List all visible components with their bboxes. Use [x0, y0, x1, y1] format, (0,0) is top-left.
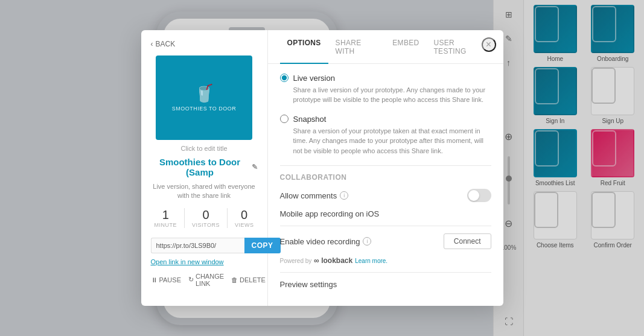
- divider-3: [280, 272, 491, 273]
- mobile-recording-label: Mobile app recording on iOS: [280, 209, 380, 218]
- change-link-label: CHANGE LINK: [196, 273, 224, 287]
- stat-divider-1: [184, 208, 185, 228]
- stat-minute-value: 1: [162, 208, 169, 222]
- preview-settings-text: Preview settings: [280, 280, 337, 289]
- stat-visitors: 0 VISITORS: [192, 208, 220, 228]
- stat-visitors-label: VISITORS: [192, 222, 220, 228]
- tab-share-with[interactable]: SHARE WITH: [328, 30, 386, 64]
- tab-user-testing[interactable]: USER TESTING: [426, 30, 491, 64]
- pause-icon: ⏸: [151, 276, 158, 284]
- collaboration-section-title: Collaboration: [280, 173, 491, 182]
- open-in-new-window-link[interactable]: Open link in new window: [151, 258, 224, 265]
- snapshot-label[interactable]: Snapshot: [280, 115, 491, 124]
- delete-button[interactable]: 🗑 DELETE: [231, 273, 266, 287]
- link-row: COPY: [151, 238, 258, 253]
- live-version-radio[interactable]: [280, 74, 289, 82]
- snapshot-option: Snapshot Share a version of your prototy…: [280, 115, 491, 156]
- pause-button[interactable]: ⏸ PAUSE: [151, 273, 181, 287]
- tab-options[interactable]: OPTIONS: [280, 30, 328, 64]
- project-preview-thumb: 🥤 SMOOTHIES TO DOOR: [156, 55, 252, 140]
- tab-embed[interactable]: EMBED: [385, 30, 426, 64]
- preview-settings-row: Preview settings: [280, 280, 491, 289]
- pause-label: PAUSE: [159, 276, 181, 284]
- video-recording-row: Enable video recording i Connect: [280, 233, 491, 249]
- lookback-logo: ∞ lookback: [314, 256, 352, 265]
- powered-by-row: Powered by ∞ lookback Learn more.: [280, 256, 491, 265]
- modal-right-panel: OPTIONS SHARE WITH EMBED USER TESTING Li…: [268, 30, 503, 306]
- allow-comments-row: Allow comments i: [280, 189, 491, 202]
- mobile-recording-text: Mobile app recording on iOS: [280, 209, 380, 218]
- trash-icon: 🗑: [231, 276, 238, 284]
- live-version-label[interactable]: Live version: [280, 74, 491, 83]
- stats-row: 1 MINUTE 0 VISITORS 0 VIEWS: [155, 208, 254, 228]
- project-name: Smoothies to Door (Samp ✎: [151, 157, 258, 177]
- snapshot-text: Snapshot: [293, 115, 327, 124]
- stat-views-label: VIEWS: [235, 222, 254, 228]
- divider-2: [280, 226, 491, 226]
- share-modal: × ‹ BACK 🥤 SMOOTHIES TO DOOR Click to ed…: [141, 30, 503, 306]
- stat-minute: 1 MINUTE: [155, 208, 177, 228]
- action-row: ⏸ PAUSE ↻ CHANGE LINK 🗑 DELETE: [151, 273, 266, 287]
- allow-comments-toggle[interactable]: [467, 189, 491, 202]
- stat-minute-label: MINUTE: [155, 222, 177, 228]
- live-version-option: Live version Share a live version of you…: [280, 74, 491, 105]
- learn-more-link[interactable]: Learn more.: [355, 258, 387, 264]
- modal-left-panel: ‹ BACK 🥤 SMOOTHIES TO DOOR Click to edit…: [141, 30, 268, 306]
- share-link-input[interactable]: [151, 238, 244, 253]
- back-link[interactable]: ‹ BACK: [151, 40, 176, 48]
- project-status: Live version, shared with everyone with …: [151, 182, 258, 201]
- video-recording-info-icon[interactable]: i: [363, 237, 371, 246]
- connect-button[interactable]: Connect: [444, 233, 491, 249]
- stat-divider-2: [227, 208, 228, 228]
- close-button[interactable]: ×: [482, 37, 496, 52]
- stat-views: 0 VIEWS: [235, 208, 254, 228]
- delete-label: DELETE: [240, 276, 266, 284]
- modal-tabs: OPTIONS SHARE WITH EMBED USER TESTING: [268, 30, 503, 64]
- snapshot-radio[interactable]: [280, 115, 289, 123]
- back-label: BACK: [156, 40, 176, 48]
- snapshot-desc: Share a version of your prototype taken …: [280, 126, 491, 156]
- modal-overlay: × ‹ BACK 🥤 SMOOTHIES TO DOOR Click to ed…: [0, 0, 644, 336]
- click-to-edit-label[interactable]: Click to edit title: [180, 145, 227, 152]
- powered-by-text: Powered by: [280, 258, 312, 264]
- live-version-desc: Share a live version of your prototype. …: [280, 85, 491, 105]
- allow-comments-text: Allow comments: [280, 191, 337, 200]
- allow-comments-label: Allow comments i: [280, 191, 349, 200]
- mobile-recording-row: Mobile app recording on iOS: [280, 209, 491, 218]
- options-content: Live version Share a live version of you…: [268, 64, 503, 306]
- live-version-text: Live version: [293, 74, 335, 83]
- chevron-left-icon: ‹: [151, 40, 153, 48]
- video-recording-text: Enable video recording: [280, 237, 360, 246]
- preview-thumb-text: SMOOTHIES TO DOOR: [172, 106, 237, 112]
- stat-views-value: 0: [241, 208, 247, 222]
- allow-comments-info-icon[interactable]: i: [340, 191, 348, 200]
- video-recording-label: Enable video recording i: [280, 237, 372, 246]
- preview-settings-label: Preview settings: [280, 280, 337, 289]
- project-name-text: Smoothies to Door (Samp: [151, 157, 249, 177]
- edit-project-name-icon[interactable]: ✎: [252, 163, 258, 171]
- preview-icon: 🥤: [194, 83, 215, 103]
- divider-1: [280, 165, 491, 166]
- change-link-button[interactable]: ↻ CHANGE LINK: [188, 273, 224, 287]
- change-link-icon: ↻: [188, 276, 194, 284]
- stat-visitors-value: 0: [202, 208, 209, 222]
